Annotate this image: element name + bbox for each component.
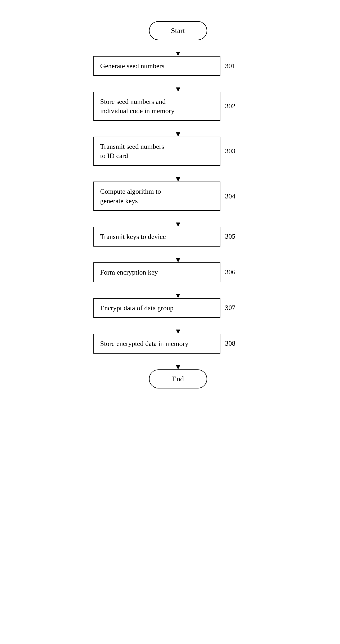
arrow-icon-7: [174, 282, 182, 298]
arrow-3: [158, 121, 182, 137]
ref-307: 307: [225, 304, 235, 312]
step-301-label: Generate seed numbers: [100, 62, 165, 70]
step-307-wrapper: Encrypt data of data group 307: [78, 298, 263, 318]
arrow-6: [158, 247, 182, 262]
flowchart: Start Generate seed numbers 301 Store se…: [78, 11, 263, 388]
arrow-icon-8: [174, 318, 182, 334]
svg-marker-17: [176, 365, 180, 369]
svg-marker-9: [176, 223, 180, 227]
ref-301: 301: [225, 62, 235, 70]
arrow-1: [158, 40, 182, 56]
step-302-label: Store seed numbers andindividual code in…: [100, 98, 175, 115]
step-301-wrapper: Generate seed numbers 301: [78, 56, 263, 76]
start-label: Start: [171, 26, 185, 35]
arrow-icon-3: [174, 121, 182, 137]
step-308-node: Store encrypted data in memory: [93, 334, 220, 354]
step-307-label: Encrypt data of data group: [100, 304, 174, 312]
step-304-label: Compute algorithm togenerate keys: [100, 188, 161, 205]
ref-306: 306: [225, 268, 235, 276]
svg-marker-11: [176, 258, 180, 262]
arrow-4: [158, 166, 182, 182]
arrow-icon-5: [174, 211, 182, 227]
start-node: Start: [149, 21, 207, 40]
step-304-node: Compute algorithm togenerate keys: [93, 182, 220, 211]
arrow-5: [158, 211, 182, 227]
step-302-wrapper: Store seed numbers andindividual code in…: [78, 92, 263, 121]
arrow-icon-1: [174, 40, 182, 56]
step-304-wrapper: Compute algorithm togenerate keys 304: [78, 182, 263, 211]
step-305-label: Transmit keys to device: [100, 233, 166, 240]
svg-marker-5: [176, 132, 180, 137]
ref-302: 302: [225, 102, 235, 110]
step-308-label: Store encrypted data in memory: [100, 340, 189, 348]
arrow-7: [158, 282, 182, 298]
step-305-wrapper: Transmit keys to device 305: [78, 227, 263, 247]
step-303-label: Transmit seed numbersto ID card: [100, 143, 164, 160]
arrow-icon-9: [174, 354, 182, 369]
arrow-8: [158, 318, 182, 334]
arrow-9: [158, 354, 182, 369]
arrow-icon-2: [174, 76, 182, 92]
step-301-node: Generate seed numbers: [93, 56, 220, 76]
svg-marker-15: [176, 330, 180, 334]
svg-marker-3: [176, 87, 180, 92]
ref-308: 308: [225, 340, 235, 348]
arrow-icon-4: [174, 166, 182, 182]
ref-305: 305: [225, 233, 235, 240]
ref-303: 303: [225, 147, 235, 155]
ref-304: 304: [225, 192, 235, 200]
step-306-node: Form encryption key: [93, 262, 220, 282]
svg-marker-13: [176, 294, 180, 298]
step-307-node: Encrypt data of data group: [93, 298, 220, 318]
svg-marker-7: [176, 177, 180, 182]
step-305-node: Transmit keys to device: [93, 227, 220, 247]
end-label: End: [172, 375, 184, 383]
end-node: End: [149, 369, 207, 388]
step-308-wrapper: Store encrypted data in memory 308: [78, 334, 263, 354]
arrow-2: [158, 76, 182, 92]
step-303-wrapper: Transmit seed numbersto ID card 303: [78, 137, 263, 166]
svg-marker-1: [176, 52, 180, 56]
step-306-label: Form encryption key: [100, 268, 158, 276]
step-303-node: Transmit seed numbersto ID card: [93, 137, 220, 166]
arrow-icon-6: [174, 247, 182, 262]
end-node-wrapper: End: [78, 369, 263, 388]
step-302-node: Store seed numbers andindividual code in…: [93, 92, 220, 121]
step-306-wrapper: Form encryption key 306: [78, 262, 263, 282]
